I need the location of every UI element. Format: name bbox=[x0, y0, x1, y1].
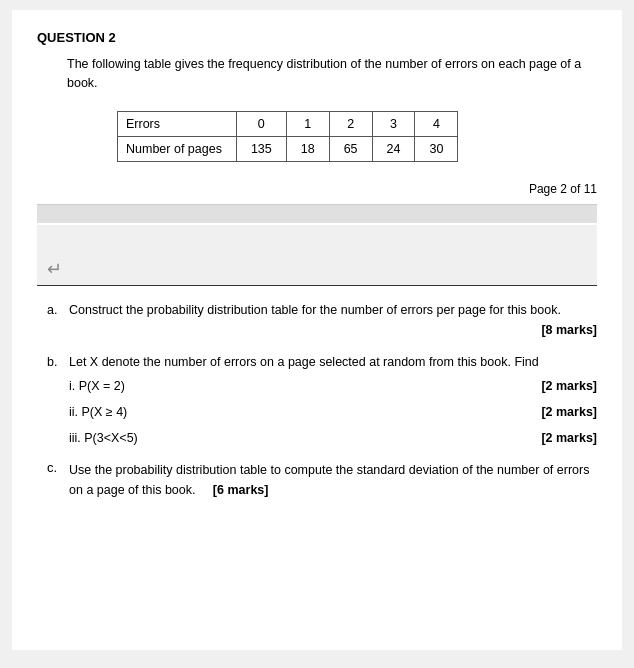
table-cell-pages-1: 18 bbox=[286, 136, 329, 161]
part-a-text: Construct the probability distribution t… bbox=[69, 300, 597, 340]
table-cell-pages-0: 135 bbox=[236, 136, 286, 161]
table-cell-pages-label: Number of pages bbox=[118, 136, 237, 161]
page-number: Page 2 of 11 bbox=[37, 182, 597, 196]
table-row-headers: Errors 0 1 2 3 4 bbox=[118, 111, 458, 136]
sub-part-i: i. P(X = 2) [2 marks] bbox=[69, 376, 597, 396]
part-a-marks: [8 marks] bbox=[541, 320, 597, 340]
part-b: b. Let X denote the number of errors on … bbox=[47, 352, 597, 448]
sub-part-ii-marks: [2 marks] bbox=[541, 402, 597, 422]
sub-part-i-label: i. P(X = 2) bbox=[69, 376, 541, 396]
table-cell-4: 4 bbox=[415, 111, 458, 136]
gray-bar-top bbox=[37, 205, 597, 223]
part-a-label: a. Construct the probability distributio… bbox=[47, 300, 597, 340]
part-b-letter: b. bbox=[47, 352, 69, 372]
table-cell-0: 0 bbox=[236, 111, 286, 136]
table-cell-pages-2: 65 bbox=[329, 136, 372, 161]
sub-part-iii-marks: [2 marks] bbox=[541, 428, 597, 448]
sub-part-iii: iii. P(3<X<5) [2 marks] bbox=[69, 428, 597, 448]
part-b-label: b. Let X denote the number of errors on … bbox=[47, 352, 597, 372]
table-cell-1: 1 bbox=[286, 111, 329, 136]
table-row-values: Number of pages 135 18 65 24 30 bbox=[118, 136, 458, 161]
part-c-marks: [6 marks] bbox=[213, 483, 269, 497]
table-cell-pages-4: 30 bbox=[415, 136, 458, 161]
sub-part-ii-label: ii. P(X ≥ 4) bbox=[69, 402, 541, 422]
table-cell-3: 3 bbox=[372, 111, 415, 136]
parts-container: a. Construct the probability distributio… bbox=[47, 300, 597, 500]
table-cell-pages-3: 24 bbox=[372, 136, 415, 161]
part-c: c. Use the probability distribution tabl… bbox=[47, 460, 597, 500]
gray-bar-annotation: ↵ bbox=[37, 225, 597, 285]
page-content: QUESTION 2 The following table gives the… bbox=[12, 10, 622, 650]
frequency-table-container: Errors 0 1 2 3 4 Number of pages 135 18 … bbox=[117, 111, 597, 162]
question-title: QUESTION 2 bbox=[37, 30, 597, 45]
table-cell-2: 2 bbox=[329, 111, 372, 136]
part-a-letter: a. bbox=[47, 300, 69, 320]
question-intro: The following table gives the frequency … bbox=[67, 55, 597, 93]
table-cell-errors-label: Errors bbox=[118, 111, 237, 136]
sub-part-iii-label: iii. P(3<X<5) bbox=[69, 428, 541, 448]
frequency-table: Errors 0 1 2 3 4 Number of pages 135 18 … bbox=[117, 111, 458, 162]
sub-part-i-marks: [2 marks] bbox=[541, 376, 597, 396]
part-a: a. Construct the probability distributio… bbox=[47, 300, 597, 340]
part-b-text: Let X denote the number of errors on a p… bbox=[69, 352, 597, 372]
sub-part-ii: ii. P(X ≥ 4) [2 marks] bbox=[69, 402, 597, 422]
annotation-mark: ↵ bbox=[47, 258, 62, 280]
part-c-letter: c. bbox=[47, 460, 69, 500]
part-c-text: Use the probability distribution table t… bbox=[69, 460, 597, 500]
sub-parts-b: i. P(X = 2) [2 marks] ii. P(X ≥ 4) [2 ma… bbox=[69, 376, 597, 448]
section-divider bbox=[37, 285, 597, 286]
